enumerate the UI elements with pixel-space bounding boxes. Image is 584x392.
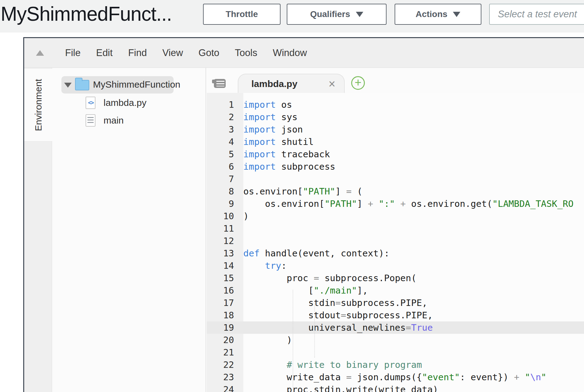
code-line-12[interactable]: 12 xyxy=(207,235,584,247)
line-number[interactable]: 16 xyxy=(207,284,243,297)
tab-lambda-py[interactable]: lambda.py × xyxy=(238,74,345,94)
code-line-7[interactable]: 7 xyxy=(207,173,584,185)
code-line-13[interactable]: 13def handle(event, context): xyxy=(207,247,584,259)
aws-function-header: MyShimmedFunct... Throttle Qualifiers Ac… xyxy=(0,0,584,33)
line-number[interactable]: 7 xyxy=(207,173,243,185)
code-line-6[interactable]: 6import subprocess xyxy=(207,160,584,173)
line-number[interactable]: 14 xyxy=(207,259,243,272)
line-content: import subprocess xyxy=(243,160,335,173)
code-line-10[interactable]: 10) xyxy=(207,210,584,222)
line-number[interactable]: 23 xyxy=(207,371,243,383)
environment-tab[interactable]: Environment xyxy=(24,69,52,142)
code-line-24[interactable]: 24 proc.stdin.write(write_data) xyxy=(207,383,584,392)
throttle-button[interactable]: Throttle xyxy=(203,4,281,25)
actions-button[interactable]: Actions xyxy=(395,4,481,25)
code-file-icon: <> xyxy=(86,97,95,109)
menu-item-view[interactable]: View xyxy=(162,47,183,59)
editor-tabbar: lambda.py × + xyxy=(207,68,584,93)
line-number[interactable]: 19 xyxy=(207,321,243,334)
code-glyph: <> xyxy=(88,99,93,106)
line-number[interactable]: 5 xyxy=(207,148,243,160)
code-line-16[interactable]: 16 ["./main"], xyxy=(207,284,584,297)
line-number[interactable]: 3 xyxy=(207,123,243,136)
file-tree: MyShimmedFunction <>lambda.pymain xyxy=(52,68,206,392)
actions-button-label: Actions xyxy=(416,9,448,19)
code-line-21[interactable]: 21 xyxy=(207,346,584,359)
code-line-18[interactable]: 18 stdout=subprocess.PIPE, xyxy=(207,309,584,321)
line-content: ) xyxy=(243,210,249,222)
line-number[interactable]: 21 xyxy=(207,346,243,359)
line-number[interactable]: 22 xyxy=(207,359,243,371)
menu-item-tools[interactable]: Tools xyxy=(235,47,257,59)
code-line-20[interactable]: 20 ) xyxy=(207,334,584,346)
collapse-panel-icon[interactable] xyxy=(36,50,44,56)
code-line-3[interactable]: 3import json xyxy=(207,123,584,136)
menu-item-edit[interactable]: Edit xyxy=(96,47,113,59)
code-line-15[interactable]: 15 proc = subprocess.Popen( xyxy=(207,272,584,284)
code-line-14[interactable]: 14 try: xyxy=(207,259,584,272)
code-line-8[interactable]: 8os.environ["PATH"] = ( xyxy=(207,185,584,198)
text-file-icon xyxy=(86,114,95,127)
code-line-1[interactable]: 1import os xyxy=(207,98,584,111)
line-number[interactable]: 2 xyxy=(207,111,243,123)
line-number[interactable]: 15 xyxy=(207,272,243,284)
tree-file-row-main[interactable]: main xyxy=(52,114,206,128)
folder-icon xyxy=(75,80,89,90)
menu-item-file[interactable]: File xyxy=(65,47,81,59)
text-lines-glyph xyxy=(87,117,94,124)
code-line-22[interactable]: 22 # write to binary program xyxy=(207,359,584,371)
line-content: # write to binary program xyxy=(243,359,422,371)
line-content: try: xyxy=(243,259,287,272)
line-number[interactable]: 18 xyxy=(207,309,243,321)
code-line-4[interactable]: 4import shutil xyxy=(207,136,584,148)
line-number[interactable]: 10 xyxy=(207,210,243,222)
line-number[interactable]: 20 xyxy=(207,334,243,346)
code-lines: 1import os2import sys3import json4import… xyxy=(207,98,584,392)
line-number[interactable]: 6 xyxy=(207,160,243,173)
code-line-17[interactable]: 17 stdin=subprocess.PIPE, xyxy=(207,297,584,309)
line-content: import sys xyxy=(243,111,298,123)
tree-folder-row[interactable]: MyShimmedFunction xyxy=(52,76,206,94)
code-line-5[interactable]: 5import traceback xyxy=(207,148,584,160)
new-tab-icon[interactable]: + xyxy=(351,76,365,90)
code-line-2[interactable]: 2import sys xyxy=(207,111,584,123)
lambda-console-page: MyShimmedFunct... Throttle Qualifiers Ac… xyxy=(0,0,584,392)
disclosure-triangle-icon[interactable] xyxy=(64,83,72,88)
line-number[interactable]: 11 xyxy=(207,222,243,235)
qualifiers-button-label: Qualifiers xyxy=(310,9,350,19)
ide-window: FileEditFindViewGotoToolsWindow Environm… xyxy=(23,37,584,392)
line-content: stdout=subprocess.PIPE, xyxy=(243,309,433,321)
qualifiers-button[interactable]: Qualifiers xyxy=(287,4,387,25)
line-content: os.environ["PATH"] = ( xyxy=(243,185,362,198)
code-line-9[interactable]: 9 os.environ["PATH"] + ":" + os.environ.… xyxy=(207,198,584,210)
tree-file-row-lambda-py[interactable]: <>lambda.py xyxy=(52,96,206,110)
line-number[interactable]: 24 xyxy=(207,383,243,392)
line-content: import json xyxy=(243,123,303,136)
menu-item-goto[interactable]: Goto xyxy=(198,47,219,59)
line-number[interactable]: 8 xyxy=(207,185,243,198)
test-event-placeholder: Select a test event xyxy=(498,9,577,20)
line-number[interactable]: 13 xyxy=(207,247,243,259)
code-editor[interactable]: 1import os2import sys3import json4import… xyxy=(207,93,584,392)
line-content: proc.stdin.write(write_data) xyxy=(243,383,438,392)
function-name-title: MyShimmedFunct... xyxy=(1,2,172,25)
code-line-19[interactable]: 19 universal_newlines=True xyxy=(207,321,584,334)
tab-list-icon[interactable] xyxy=(214,79,226,88)
code-line-11[interactable]: 11 xyxy=(207,222,584,235)
line-content: proc = subprocess.Popen( xyxy=(243,272,417,284)
line-number[interactable]: 4 xyxy=(207,136,243,148)
menu-item-find[interactable]: Find xyxy=(128,47,147,59)
line-content: write_data = json.dumps({"event": event}… xyxy=(243,371,546,383)
line-number[interactable]: 1 xyxy=(207,98,243,111)
environment-tab-label: Environment xyxy=(33,79,44,131)
code-line-23[interactable]: 23 write_data = json.dumps({"event": eve… xyxy=(207,371,584,383)
test-event-select[interactable]: Select a test event xyxy=(489,4,584,25)
line-number[interactable]: 12 xyxy=(207,235,243,247)
menu-item-window[interactable]: Window xyxy=(273,47,307,59)
folder-name-label: MyShimmedFunction xyxy=(93,79,180,90)
throttle-button-label: Throttle xyxy=(226,9,258,19)
ide-body: Environment MyShimmedFunction <>lambda.p… xyxy=(24,68,584,392)
line-number[interactable]: 9 xyxy=(207,198,243,210)
close-tab-icon[interactable]: × xyxy=(329,78,335,90)
line-number[interactable]: 17 xyxy=(207,297,243,309)
